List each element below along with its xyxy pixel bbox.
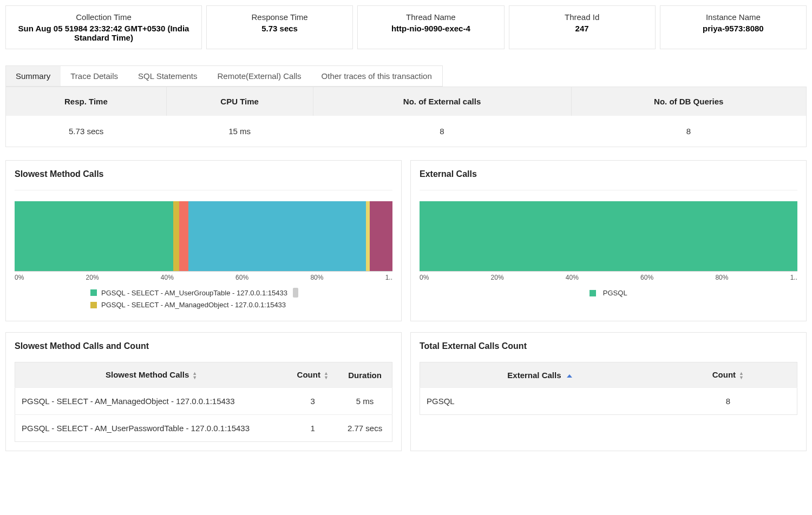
total-external-calls-title: Total External Calls Count — [420, 341, 797, 354]
response-time-value: 5.73 secs — [218, 24, 342, 33]
table-row: PGSQL - SELECT - AM_UserPasswordTable - … — [15, 415, 392, 442]
cell-count: 3 — [287, 388, 338, 415]
cell-count: 1 — [287, 415, 338, 442]
metrics-header-cpu: CPU Time — [166, 87, 313, 116]
total-external-calls-panel: Total External Calls Count External Call… — [410, 332, 807, 451]
legend: PGSQL — [420, 288, 797, 298]
tick: 20% — [491, 274, 504, 281]
table-row: PGSQL - SELECT - AM_ManagedObject - 127.… — [15, 388, 392, 415]
col-duration[interactable]: Duration — [338, 362, 392, 388]
metrics-table: Resp. Time CPU Time No. of External call… — [5, 87, 807, 147]
legend-label: PGSQL - SELECT - AM_UserGroupTable - 127… — [101, 289, 287, 297]
bar-seg-6 — [370, 201, 392, 271]
cell-calls: PGSQL — [420, 388, 659, 415]
tick: 1.. — [385, 274, 392, 281]
legend-item: PGSQL - SELECT - AM_ManagedObject - 127.… — [90, 301, 392, 309]
sort-icon: ▲▼ — [192, 371, 197, 380]
slowest-methods-table: Slowest Method Calls▲▼ Count▲▼ Duration … — [15, 362, 392, 442]
thread-id-card: Thread Id 247 — [509, 5, 656, 49]
tick: 40% — [161, 274, 174, 281]
slowest-method-calls-title: Slowest Method Calls — [15, 169, 392, 182]
thread-id-label: Thread Id — [520, 12, 644, 22]
tab-other-traces[interactable]: Other traces of this transaction — [312, 66, 442, 86]
response-time-card: Response Time 5.73 secs — [206, 5, 353, 49]
external-calls-title: External Calls — [420, 169, 797, 182]
slowest-methods-count-panel: Slowest Method Calls and Count Slowest M… — [5, 332, 402, 451]
bar-seg-4 — [188, 201, 366, 271]
external-calls-chart: 0% 20% 40% 60% 80% 1.. — [420, 201, 797, 282]
cell-method: PGSQL - SELECT - AM_ManagedObject - 127.… — [15, 388, 288, 415]
external-calls-table: External Calls Count▲▼ PGSQL 8 — [420, 362, 797, 415]
external-calls-panel: External Calls 0% 20% 40% 60% 80% 1.. PG… — [410, 160, 807, 321]
x-axis: 0% 20% 40% 60% 80% 1.. — [420, 274, 797, 281]
legend-label: PGSQL — [603, 289, 627, 297]
tick: 0% — [15, 274, 24, 281]
thread-name-card: Thread Name http-nio-9090-exec-4 — [357, 5, 504, 49]
instance-name-card: Instance Name priya-9573:8080 — [660, 5, 807, 49]
col-method[interactable]: Slowest Method Calls▲▼ — [15, 362, 288, 388]
bar-seg-pgsql — [420, 201, 797, 271]
stacked-bar — [15, 201, 392, 272]
response-time-label: Response Time — [218, 12, 342, 22]
thread-name-label: Thread Name — [369, 12, 493, 22]
tick: 0% — [420, 274, 429, 281]
metrics-header-resp: Resp. Time — [6, 87, 167, 116]
collection-time-card: Collection Time Sun Aug 05 51984 23:32:4… — [5, 5, 202, 49]
cell-duration: 5 ms — [338, 388, 392, 415]
tick: 60% — [235, 274, 248, 281]
x-axis: 0% 20% 40% 60% 80% 1.. — [15, 274, 392, 281]
slowest-method-calls-panel: Slowest Method Calls 0% 20% 40% 60% 80% … — [5, 160, 402, 321]
thread-id-value: 247 — [520, 24, 644, 33]
metrics-value-ext: 8 — [313, 116, 571, 147]
sort-asc-icon — [567, 374, 572, 378]
tick: 80% — [715, 274, 728, 281]
col-count[interactable]: Count▲▼ — [659, 362, 797, 388]
bar-seg-5 — [366, 201, 370, 271]
stacked-bar — [420, 201, 797, 272]
slowest-method-calls-chart: 0% 20% 40% 60% 80% 1.. — [15, 201, 392, 282]
table-row: PGSQL 8 — [420, 388, 797, 415]
scrollbar-handle[interactable] — [293, 288, 298, 298]
thread-name-value: http-nio-9090-exec-4 — [369, 24, 493, 33]
cell-duration: 2.77 secs — [338, 415, 392, 442]
bar-seg-2 — [173, 201, 179, 271]
legend-item: PGSQL - SELECT - AM_UserGroupTable - 127… — [90, 288, 392, 298]
collection-time-label: Collection Time — [17, 12, 191, 22]
legend: PGSQL - SELECT - AM_UserGroupTable - 127… — [15, 288, 392, 309]
tabs-bar: Summary Trace Details SQL Statements Rem… — [5, 65, 443, 87]
legend-swatch — [90, 289, 97, 296]
tick: 1.. — [790, 274, 797, 281]
tab-remote-calls[interactable]: Remote(External) Calls — [208, 66, 312, 86]
metrics-value-cpu: 15 ms — [166, 116, 313, 147]
col-external-calls[interactable]: External Calls — [420, 362, 659, 388]
metrics-value-db: 8 — [571, 116, 806, 147]
tab-trace-details[interactable]: Trace Details — [61, 66, 128, 86]
col-count[interactable]: Count▲▼ — [287, 362, 338, 388]
legend-label: PGSQL - SELECT - AM_ManagedObject - 127.… — [101, 301, 286, 309]
instance-name-value: priya-9573:8080 — [671, 24, 795, 33]
metrics-header-db: No. of DB Queries — [571, 87, 806, 116]
bar-seg-3 — [179, 201, 188, 271]
bar-seg-1 — [15, 201, 173, 271]
metrics-header-ext: No. of External calls — [313, 87, 571, 116]
tick: 80% — [310, 274, 323, 281]
legend-swatch — [90, 302, 97, 308]
metrics-value-resp: 5.73 secs — [6, 116, 167, 147]
instance-name-label: Instance Name — [671, 12, 795, 22]
tab-sql-statements[interactable]: SQL Statements — [128, 66, 208, 86]
tick: 60% — [640, 274, 653, 281]
tab-summary[interactable]: Summary — [6, 66, 61, 86]
slowest-methods-count-title: Slowest Method Calls and Count — [15, 341, 392, 354]
sort-icon: ▲▼ — [739, 371, 744, 380]
cell-method: PGSQL - SELECT - AM_UserPasswordTable - … — [15, 415, 288, 442]
sort-icon: ▲▼ — [324, 371, 329, 380]
info-cards-row: Collection Time Sun Aug 05 51984 23:32:4… — [5, 5, 807, 49]
cell-count: 8 — [659, 388, 797, 415]
tick: 20% — [86, 274, 99, 281]
collection-time-value: Sun Aug 05 51984 23:32:42 GMT+0530 (Indi… — [17, 24, 191, 42]
tick: 40% — [566, 274, 579, 281]
legend-swatch — [590, 290, 596, 296]
